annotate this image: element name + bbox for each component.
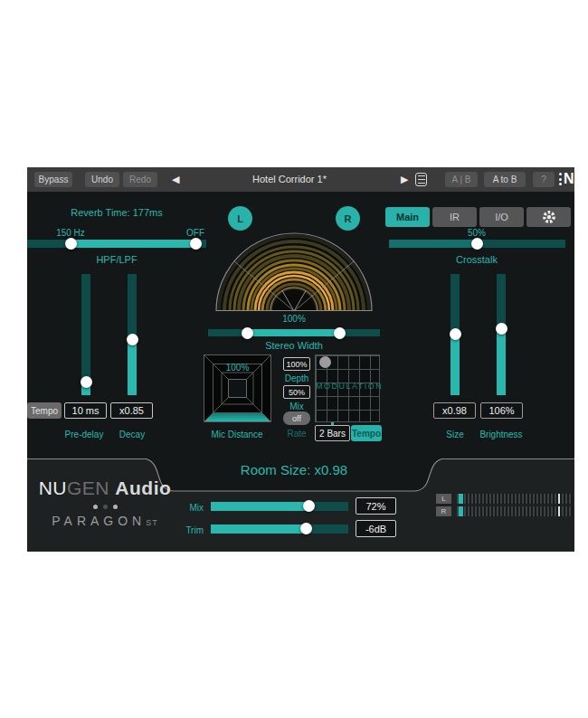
brightness-label: Brightness — [456, 430, 546, 439]
mod-depth-label: Depth — [279, 373, 315, 383]
size-handle[interactable] — [450, 328, 461, 340]
a-to-b-button[interactable]: A to B — [484, 172, 526, 187]
nugen-logo-icon: N — [559, 171, 574, 187]
predelay-tempo-button[interactable]: Tempo — [27, 402, 62, 419]
mix-slider[interactable] — [211, 502, 348, 511]
trim-label: Trim — [154, 525, 204, 535]
crosstalk-value: 50% — [432, 228, 522, 238]
decay-slider[interactable] — [128, 274, 137, 395]
stereo-width-right-handle[interactable] — [334, 327, 346, 339]
predelay-value-box[interactable]: 10 ms — [64, 402, 107, 419]
modulation-title: MODULATION — [316, 382, 381, 391]
solo-left-button[interactable]: L — [228, 206, 252, 231]
size-slider[interactable] — [450, 274, 460, 395]
decay-handle[interactable] — [127, 334, 138, 345]
mod-tempo-sync-button[interactable]: Tempo — [351, 425, 382, 441]
tab-io[interactable]: I/O — [479, 207, 524, 227]
page-background: Bypass Undo Redo ◀ Hotel Corridor 1* ▶ A… — [0, 0, 588, 718]
title-bar: Bypass Undo Redo ◀ Hotel Corridor 1* ▶ A… — [27, 167, 574, 192]
mix-handle[interactable] — [303, 500, 315, 512]
brand-gen: GEN — [67, 477, 109, 498]
modulation-handle[interactable] — [319, 356, 331, 368]
brand-audio: Audio — [115, 477, 171, 498]
mod-rate-value-box[interactable]: 2 Bars — [315, 425, 350, 441]
tab-main[interactable]: Main — [385, 207, 430, 227]
product-name: PARAGON — [52, 514, 146, 528]
footer-panel: Room Size: x0.98 NUGEN Audio PARAGONST M… — [27, 458, 574, 552]
mod-depth-value-box[interactable]: 100% — [283, 357, 310, 371]
stereo-width-slider[interactable] — [208, 329, 380, 336]
brand-nu: NU — [39, 477, 67, 498]
crosstalk-slider[interactable] — [389, 240, 565, 248]
mod-mix-label: Mix — [279, 402, 315, 411]
stereo-width-left-handle[interactable] — [242, 327, 253, 339]
predelay-handle[interactable] — [81, 376, 92, 388]
room-size-readout: Room Size: x0.98 — [143, 462, 445, 477]
reverb-time-readout: Reverb Time: 177ms — [27, 207, 206, 218]
lpf-handle[interactable] — [190, 238, 202, 250]
meter-right — [457, 506, 573, 516]
trim-handle[interactable] — [300, 523, 312, 534]
mod-rate-label: Rate — [279, 429, 315, 439]
decay-label: Decay — [96, 430, 168, 439]
hpf-lpf-slider[interactable] — [27, 240, 206, 248]
brightness-value-box[interactable]: 106% — [480, 402, 523, 419]
crosstalk-label: Crosstalk — [432, 254, 522, 265]
modulation-xy-pad[interactable]: MODULATION — [315, 354, 380, 422]
next-preset-icon[interactable]: ▶ — [401, 174, 408, 185]
brightness-slider[interactable] — [497, 274, 506, 395]
lpf-value: OFF — [168, 228, 223, 238]
predelay-slider[interactable] — [81, 274, 90, 395]
mod-off-toggle[interactable]: off — [283, 411, 310, 425]
settings-button[interactable] — [526, 207, 571, 227]
prev-preset-icon[interactable]: ◀ — [172, 174, 179, 185]
tab-ir[interactable]: IR — [432, 207, 477, 227]
mic-distance-label: Mic Distance — [192, 430, 282, 439]
meter-left — [457, 494, 573, 504]
undo-button[interactable]: Undo — [85, 172, 119, 187]
stereo-width-label: Stereo Width — [249, 340, 339, 351]
trim-slider[interactable] — [211, 524, 348, 534]
reverb-radar-display — [215, 231, 373, 312]
help-button[interactable]: ? — [533, 172, 555, 187]
stereo-width-value: 100% — [249, 314, 339, 324]
bypass-button[interactable]: Bypass — [34, 172, 72, 187]
meter-right-label: R — [436, 506, 451, 516]
preset-name[interactable]: Hotel Corridor 1* — [199, 174, 380, 184]
decay-value-box[interactable]: x0.85 — [110, 402, 153, 419]
mix-label: Mix — [154, 503, 204, 513]
mod-mix-value-box[interactable]: 50% — [283, 385, 310, 399]
mix-value-box[interactable]: 72% — [356, 497, 396, 515]
redo-button[interactable]: Redo — [123, 172, 157, 187]
filter-label: HPF/LPF — [27, 254, 206, 265]
mic-distance-value: 100% — [204, 363, 271, 373]
preset-list-icon[interactable] — [415, 173, 427, 186]
gear-icon — [541, 209, 557, 225]
ab-compare-button[interactable]: A | B — [445, 172, 478, 187]
crosstalk-handle[interactable] — [471, 238, 483, 250]
trim-value-box[interactable]: -6dB — [356, 520, 396, 537]
solo-right-button[interactable]: R — [336, 206, 360, 231]
size-value-box[interactable]: x0.98 — [433, 402, 476, 419]
plugin-window: Bypass Undo Redo ◀ Hotel Corridor 1* ▶ A… — [27, 167, 574, 552]
hpf-value: 150 Hz — [34, 228, 107, 238]
hpf-handle[interactable] — [65, 238, 77, 250]
meter-left-label: L — [436, 494, 451, 504]
brightness-handle[interactable] — [496, 323, 507, 335]
